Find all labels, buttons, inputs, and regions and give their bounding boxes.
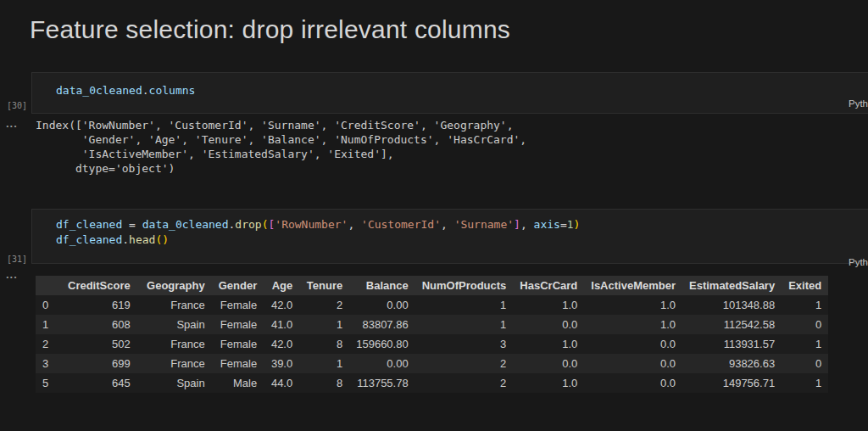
code-line: df_cleaned = data_0cleaned.drop(['RowNum… [56,217,868,232]
output-collapse-toggle-1[interactable]: ... [6,117,18,130]
code-content-1[interactable]: data_0cleaned.columns [32,73,868,98]
df-data-cell: 113755.78 [349,373,415,393]
df-data-cell: 1 [782,334,828,354]
code-content-2[interactable]: df_cleaned = data_0cleaned.drop(['RowNum… [32,210,868,248]
code-token-variable: columns [149,84,196,97]
code-token-bracket1: ) [574,218,581,231]
code-token-punct: , [348,218,361,231]
df-data-cell: 39.0 [264,354,299,373]
df-data-cell: 113931.57 [682,334,782,354]
df-data-cell: 8 [299,373,349,393]
df-column-header: Geography [137,276,212,295]
df-data-cell: 8 [299,334,349,354]
df-data-cell: 0.00 [349,295,415,315]
code-token-variable: df_cleaned [56,233,122,246]
df-column-header: Tenure [299,276,349,295]
df-data-cell: 608 [61,315,137,334]
code-token-function: drop [235,218,261,231]
code-token-variable: axis [534,218,560,231]
df-data-cell: Female [212,315,264,334]
code-token-punct: = [560,218,567,231]
df-data-cell: 1.0 [513,295,584,315]
code-line: df_cleaned.head() [56,232,868,248]
df-data-cell: 0.0 [584,373,682,393]
df-data-cell: 502 [61,334,137,354]
df-column-header: Age [264,276,299,295]
df-data-cell: 0.0 [584,334,682,354]
code-token-punct: , [520,218,534,231]
df-data-cell: France [137,295,212,315]
output-collapse-toggle-2[interactable]: ... [6,268,18,281]
code-token-punct [136,218,142,231]
cell-output-text-1: Index(['RowNumber', 'CustomerId', 'Surna… [36,118,526,176]
cell-language-indicator-2[interactable]: Python [849,257,868,267]
df-data-cell: 3 [415,334,514,354]
df-column-header: Gender [212,276,264,295]
dataframe-table: CreditScoreGeographyGenderAgeTenureBalan… [36,276,828,393]
df-data-cell: 619 [61,295,137,315]
code-token-bracket1: ) [162,233,169,246]
df-data-cell: 2 [415,373,514,393]
df-data-cell: 699 [61,354,137,373]
df-data-cell: 93826.63 [682,354,782,373]
table-row: 5645SpainMale44.08113755.7821.00.0149756… [36,373,828,393]
df-data-cell: 41.0 [264,315,299,334]
df-data-cell: 1 [782,373,828,393]
df-data-cell: 0 [782,315,828,334]
df-column-header: EstimatedSalary [682,276,782,295]
df-data-cell: 1.0 [584,315,682,334]
df-column-header: Exited [782,276,828,295]
code-token-punct [122,218,129,231]
markdown-cell-title: Feature selection: drop irrelevant colum… [30,15,510,44]
df-data-cell: 0.0 [584,354,682,373]
table-row: 1608SpainFemale41.0183807.8610.01.011254… [36,315,828,334]
code-token-string: 'RowNumber' [275,218,348,231]
df-data-cell: 1 [299,354,349,373]
df-data-cell: 112542.58 [682,315,782,334]
notebook-page: Feature selection: drop irrelevant colum… [0,0,868,431]
code-cell-editor-1[interactable]: data_0cleaned.columns [31,72,868,114]
df-data-cell: 44.0 [264,373,299,393]
df-data-cell: 645 [61,373,137,393]
table-row: 3699FranceFemale39.010.0020.00.093826.63… [36,354,828,373]
code-token-variable: df_cleaned [56,218,122,231]
df-index-cell: 0 [36,295,61,315]
dataframe-header-row: CreditScoreGeographyGenderAgeTenureBalan… [36,276,828,295]
code-cell-editor-2[interactable]: df_cleaned = data_0cleaned.drop(['RowNum… [31,209,868,264]
df-data-cell: 0.00 [349,354,415,373]
execution-count-badge-2: [31] [7,255,27,264]
code-token-string: 'Surname' [454,218,514,231]
df-data-cell: 42.0 [264,334,299,354]
df-data-cell: 101348.88 [682,295,782,315]
df-data-cell: 1 [415,315,514,334]
df-data-cell: Male [212,373,264,393]
df-index-cell: 3 [36,354,61,373]
df-data-cell: Female [212,295,264,315]
df-data-cell: 42.0 [264,295,299,315]
code-token-bracket2: ] [514,218,520,231]
df-data-cell: 1 [299,315,349,334]
df-data-cell: France [137,354,212,373]
code-token-variable: data_0cleaned [142,218,229,231]
code-token-punct: , [441,218,454,231]
df-index-cell: 5 [36,373,61,393]
code-token-punct: = [129,218,136,231]
code-token-function: head [129,233,155,246]
code-token-number: 1 [567,218,574,231]
df-data-cell: Female [212,334,264,354]
code-token-variable: data_0cleaned [56,84,142,97]
df-data-cell: 2 [299,295,349,315]
df-data-cell: 159660.80 [349,334,415,354]
cell-language-indicator-1[interactable]: Python [849,98,868,109]
df-data-cell: 0.0 [513,315,584,334]
df-data-cell: Spain [137,373,212,393]
code-line: data_0cleaned.columns [56,83,868,98]
df-data-cell: 1.0 [584,295,682,315]
code-token-punct: . [142,84,149,97]
df-data-cell: 1.0 [513,373,584,393]
df-data-cell: 1.0 [513,334,584,354]
df-column-header: CreditScore [61,276,137,295]
df-column-header: Balance [349,276,415,295]
code-token-punct: . [122,233,129,246]
df-data-cell: 1 [415,295,514,315]
